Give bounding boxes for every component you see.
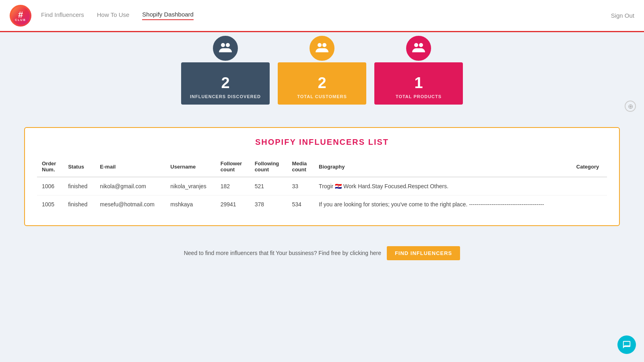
table-cell-2: mesefu@hotmail.com <box>95 195 165 214</box>
stat-card-inner-products: 1 TOTAL PRODUCTS <box>374 62 463 105</box>
table-header: OrderNum. Status E-mail Username Followe… <box>37 156 607 177</box>
influencers-icon-wrapper <box>211 34 239 62</box>
col-email: E-mail <box>95 156 165 177</box>
influencers-label: INFLUENCERS DISCOVERED <box>190 94 261 99</box>
nav-how-to-use[interactable]: How To Use <box>97 11 130 20</box>
table-cell-7: If you are looking for stories; you've c… <box>314 195 572 214</box>
stat-card-customers: 2 TOTAL CUSTOMERS <box>278 48 366 111</box>
table-cell-8 <box>572 177 607 195</box>
svg-point-1 <box>226 43 230 47</box>
table-cell-0: 1005 <box>37 195 63 214</box>
col-username: Username <box>165 156 215 177</box>
table-cell-3: mshkaya <box>165 195 215 214</box>
products-icon-wrapper <box>405 34 433 62</box>
svg-point-0 <box>221 43 225 47</box>
table-cell-4: 182 <box>216 177 250 195</box>
nav-find-influencers[interactable]: Find Influencers <box>41 11 84 20</box>
table-cell-8 <box>572 195 607 214</box>
header: # CLUB Find Influencers How To Use Shopi… <box>0 0 644 32</box>
influencers-table: OrderNum. Status E-mail Username Followe… <box>37 156 607 213</box>
table-title: SHOPIFY INFLUENCERS LIST <box>37 138 607 147</box>
main-nav: Find Influencers How To Use Shopify Dash… <box>41 11 194 20</box>
stats-section: 2 INFLUENCERS DISCOVERED 2 TOTAL CUSTOME… <box>0 32 644 119</box>
customers-count: 2 <box>318 74 326 92</box>
table-cell-0: 1006 <box>37 177 63 195</box>
table-row: 1006finishednikola@gmail.comnikola_vranj… <box>37 177 607 195</box>
table-row: 1005finishedmesefu@hotmail.commshkaya299… <box>37 195 607 214</box>
svg-point-5 <box>419 43 423 47</box>
svg-point-4 <box>414 43 418 47</box>
svg-point-2 <box>318 43 322 47</box>
table-cell-7: Trogir 🇭🇷 Work Hard.Stay Focused.Respect… <box>314 177 572 195</box>
col-order-num: OrderNum. <box>37 156 63 177</box>
nav-shopify-dashboard[interactable]: Shopify Dashboard <box>142 11 194 20</box>
find-influencers-button[interactable]: FIND INFLUENCERS <box>387 246 460 260</box>
table-cell-4: 29941 <box>216 195 250 214</box>
people-icon <box>218 41 233 56</box>
table-cell-2: nikola@gmail.com <box>95 177 165 195</box>
stat-card-influencers: 2 INFLUENCERS DISCOVERED <box>181 48 270 111</box>
svg-point-3 <box>322 43 326 47</box>
chat-bubble[interactable] <box>617 335 636 354</box>
footer-cta: Need to find more influencers that fit Y… <box>0 234 644 272</box>
col-following-count: Followingcount <box>250 156 287 177</box>
table-cell-5: 521 <box>250 177 287 195</box>
customers-icon <box>315 41 329 56</box>
col-media-count: Mediacount <box>287 156 314 177</box>
table-body: 1006finishednikola@gmail.comnikola_vranj… <box>37 177 607 213</box>
influencers-count: 2 <box>221 74 229 92</box>
chat-icon <box>622 340 631 349</box>
stat-card-inner-influencers: 2 INFLUENCERS DISCOVERED <box>181 62 270 105</box>
products-label: TOTAL PRODUCTS <box>396 94 442 99</box>
logo: # CLUB <box>10 5 31 27</box>
col-follower-count: Followercount <box>216 156 250 177</box>
customers-label: TOTAL CUSTOMERS <box>297 94 347 99</box>
logo-club: CLUB <box>15 19 26 21</box>
sign-out-link[interactable]: Sign Out <box>611 12 634 19</box>
products-icon <box>411 41 426 56</box>
table-cell-6: 33 <box>287 177 314 195</box>
table-cell-1: finished <box>63 177 95 195</box>
table-cell-3: nikola_vranjes <box>165 177 215 195</box>
products-count: 1 <box>414 74 423 92</box>
table-cell-6: 534 <box>287 195 314 214</box>
cta-text: Need to find more influencers that fit Y… <box>184 250 381 256</box>
customers-icon-wrapper <box>308 34 336 62</box>
expand-button[interactable]: ⊕ <box>625 101 636 112</box>
col-status: Status <box>63 156 95 177</box>
influencers-table-section: SHOPIFY INFLUENCERS LIST OrderNum. Statu… <box>24 127 620 226</box>
stat-card-inner-customers: 2 TOTAL CUSTOMERS <box>278 62 366 105</box>
table-cell-1: finished <box>63 195 95 214</box>
col-category: Category <box>572 156 607 177</box>
col-biography: Biography <box>314 156 572 177</box>
table-cell-5: 378 <box>250 195 287 214</box>
stat-card-products: 1 TOTAL PRODUCTS <box>374 48 463 111</box>
